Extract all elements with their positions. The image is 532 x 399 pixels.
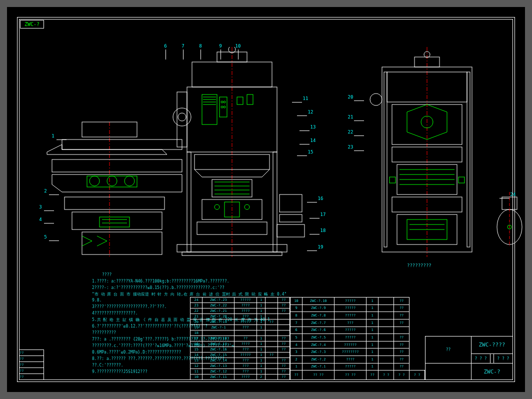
svg-rect-31 — [52, 160, 182, 172]
bom-row: 7ZWC-?.7???1?? — [290, 319, 425, 326]
bom-row: 19ZWC-?-1???1 — [190, 325, 290, 330]
callout-2: 2 — [42, 188, 49, 194]
bom-row: 22ZWC-?.21????1?? — [190, 308, 290, 314]
svg-point-37 — [124, 176, 134, 186]
svg-rect-30 — [62, 140, 182, 150]
note-2: 2????-: a:?'???????????≤0.15(??).b.?????… — [92, 285, 292, 291]
bom-row: 23ZWC-?.22????1?? — [190, 303, 290, 308]
callout-23: 23 — [347, 144, 354, 150]
bom-row: 21ZWC-?.20???1 — [190, 314, 290, 320]
bom-row: 12ZWC-?.13???1?? — [190, 364, 290, 369]
bom-row: 11ZWC-?.12???1?? — [190, 369, 290, 374]
svg-point-15 — [221, 101, 223, 103]
bom-row: 6ZWC-?.6?????1 — [290, 326, 425, 334]
callout-4: 4 — [37, 217, 44, 223]
svg-rect-19 — [237, 97, 243, 104]
bom-row: 5ZWC-?.5?????1?? — [290, 334, 425, 342]
bom-row: 9ZWC-?.9?????1?? — [290, 304, 425, 312]
svg-point-36 — [107, 176, 117, 186]
svg-point-17 — [221, 106, 223, 108]
callout-22: 22 — [347, 130, 354, 136]
svg-rect-20 — [247, 94, 253, 104]
svg-rect-63 — [467, 72, 470, 247]
svg-rect-73 — [390, 177, 396, 183]
callout-1: 1 — [50, 134, 56, 140]
bom-row: 15ZWC-?.16???1?? — [190, 347, 290, 352]
bom-row: 10ZWC-?.10?????1?? — [290, 298, 425, 305]
front-elevation-view — [32, 47, 322, 257]
svg-rect-34 — [82, 232, 162, 254]
svg-point-64 — [370, 94, 382, 106]
callout-14: 14 — [310, 138, 316, 144]
svg-rect-9 — [202, 94, 217, 124]
revision-table: ?? ?? ?? ?? ?? — [19, 350, 44, 380]
svg-rect-26 — [273, 152, 277, 252]
svg-rect-51 — [277, 224, 304, 237]
bom-row: 10ZWC-?.11????2?? — [190, 374, 290, 380]
note-1: 1.????: a:?????YA-N46.???100kg;b:???????… — [92, 278, 292, 284]
callout-20: 20 — [347, 94, 354, 100]
drawing-area: ????????? — [32, 47, 492, 257]
side-elevation-view — [357, 47, 497, 257]
callout-6: 6 — [162, 44, 169, 50]
callout-18: 18 — [320, 228, 326, 234]
svg-point-18 — [224, 106, 226, 108]
bom-row: 1ZWC-?.1?????1?? — [290, 363, 425, 370]
svg-point-16 — [224, 101, 226, 103]
callout-15: 15 — [307, 150, 314, 156]
svg-rect-49 — [280, 194, 302, 212]
callout-5: 5 — [42, 234, 49, 240]
callout-10: 10 — [234, 44, 242, 50]
svg-rect-39 — [100, 217, 130, 227]
bom-row: 18 — [190, 330, 290, 336]
callout-19: 19 — [317, 244, 324, 250]
svg-rect-6 — [177, 92, 187, 147]
svg-rect-74 — [458, 177, 464, 183]
bom-row: 4ZWC-?.4??????1?? — [290, 341, 425, 348]
layer-tab: ZWC-? — [20, 20, 44, 28]
callout-9: 9 — [217, 44, 224, 50]
svg-rect-32 — [64, 197, 164, 210]
bom-row: 17ZWC-?.18??1?? — [190, 336, 290, 342]
callout-17: 17 — [320, 212, 326, 218]
bom-table-left: 24ZWC-?.23?????1??23ZWC-?.22????1??22ZWC… — [190, 297, 290, 380]
callout-16: 16 — [317, 196, 324, 202]
callout-13: 13 — [310, 124, 316, 130]
callout-12: 12 — [307, 110, 314, 116]
svg-point-47 — [244, 204, 250, 210]
svg-rect-62 — [384, 72, 387, 247]
callout-21: 21 — [347, 114, 354, 120]
bom-container: 24ZWC-?.23?????1??23ZWC-?.22????1??22ZWC… — [190, 297, 425, 380]
svg-point-7 — [173, 108, 191, 126]
svg-rect-38 — [87, 176, 137, 187]
cad-canvas: ZWC-? — [0, 0, 532, 399]
bom-row: 3ZWC-?.3????????1?? — [290, 348, 425, 356]
detail-component — [492, 192, 527, 247]
callout-7: 7 — [180, 44, 186, 50]
notes-title: ???? — [102, 272, 292, 278]
bom-table-right: 10ZWC-?.10?????1??9ZWC-?.9?????1??8ZWC-?… — [290, 297, 425, 380]
bom-row: 13ZWC-?.14???1?? — [190, 358, 290, 364]
callout-11: 11 — [302, 96, 309, 102]
bom-row: 14ZWC-?.15?????1?? — [190, 352, 290, 358]
title-block: ?? ZWC-???? ? ? ?? ? ? ZWC-? — [425, 336, 513, 380]
svg-point-46 — [214, 204, 220, 210]
bom-row: 2ZWC-?.2????1?? — [290, 356, 425, 364]
side-view-label: ????????? — [407, 263, 432, 268]
callout-8: 8 — [197, 44, 204, 50]
bom-row: 24ZWC-?.23?????1?? — [190, 298, 290, 303]
callout-3: 3 — [37, 204, 44, 210]
svg-point-8 — [178, 113, 186, 121]
bom-header: ???? ???? ????? ?? ?? ? — [290, 370, 425, 380]
bom-row: 16ZWC-?.17????1?? — [190, 342, 290, 347]
svg-point-35 — [90, 176, 100, 186]
svg-rect-25 — [187, 152, 191, 252]
bom-row: 8ZWC-?.8?????1?? — [290, 312, 425, 320]
bom-row: 20ZWC-?.19?????1?? — [190, 320, 290, 325]
callout-24: 24 — [510, 192, 516, 198]
svg-rect-50 — [280, 214, 302, 222]
